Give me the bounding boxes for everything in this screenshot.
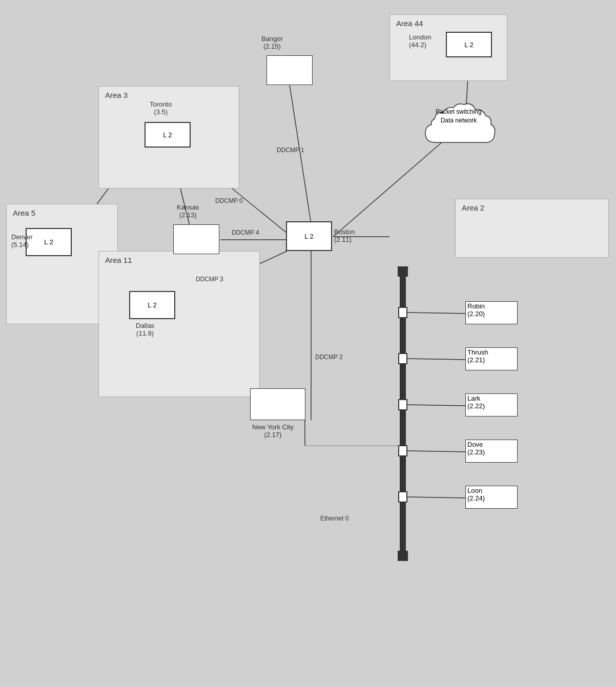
area44-label: Area 44 xyxy=(396,19,423,28)
node-toronto: L 2 xyxy=(145,122,191,148)
node-kansas xyxy=(173,224,219,254)
toronto-text: L 2 xyxy=(163,131,172,139)
cloud-label: Packet switching Data network xyxy=(429,108,488,125)
dallas-text: L 2 xyxy=(148,301,157,309)
svg-line-21 xyxy=(407,451,466,452)
boston-text: L 2 xyxy=(304,233,314,240)
svg-rect-13 xyxy=(398,551,408,561)
denver-label: Denver (5.14) xyxy=(11,233,33,248)
svg-line-17 xyxy=(407,359,466,360)
london-text: L 2 xyxy=(464,41,474,49)
boston-label: Boston (2.11) xyxy=(334,228,355,243)
node-robin xyxy=(465,301,518,324)
area11-label: Area 11 xyxy=(105,256,132,264)
toronto-label: Toronto (3.5) xyxy=(150,100,172,116)
london-label: London (44.2) xyxy=(409,33,431,49)
svg-rect-14 xyxy=(399,307,407,318)
connections-svg xyxy=(0,0,616,687)
node-boston: L 2 xyxy=(286,221,332,251)
cloud-psdn: Packet switching Data network xyxy=(420,96,497,158)
svg-rect-18 xyxy=(399,400,407,410)
node-loon xyxy=(465,486,518,509)
cloud-svg xyxy=(420,96,497,158)
area11: Area 11 xyxy=(98,251,260,397)
ddcmp0-label: DDCMP 0 xyxy=(215,197,243,204)
svg-rect-12 xyxy=(398,266,408,277)
node-london: L 2 xyxy=(446,32,492,57)
node-lark xyxy=(465,393,518,417)
denver-text: L 2 xyxy=(44,238,53,246)
ddcmp1-label: DDCMP 1 xyxy=(277,147,304,154)
node-thrush xyxy=(465,347,518,370)
kansas-label: Kansas (2.13) xyxy=(177,203,199,219)
svg-rect-16 xyxy=(399,353,407,364)
area2: Area 2 xyxy=(455,199,609,258)
diagram: Area 44 Area 3 Area 5 Area 11 Area 2 Pac… xyxy=(0,0,616,687)
ddcmp2-label: DDCMP 2 xyxy=(315,353,343,361)
svg-line-15 xyxy=(407,313,466,314)
node-dove xyxy=(465,440,518,463)
svg-line-19 xyxy=(407,405,466,406)
ethernet0-label: Ethernet 0 xyxy=(320,515,348,522)
ddcmp3-label: DDCMP 3 xyxy=(196,276,223,283)
node-bangor xyxy=(266,55,313,85)
svg-line-23 xyxy=(407,497,466,498)
dallas-label: Dallas (11.9) xyxy=(136,322,154,337)
area3-label: Area 3 xyxy=(105,91,128,99)
node-dallas: L 2 xyxy=(129,291,175,319)
area5-label: Area 5 xyxy=(13,209,35,217)
node-nyc xyxy=(250,388,305,420)
svg-rect-20 xyxy=(399,446,407,456)
ddcmp4-label: DDCMP 4 xyxy=(232,229,259,236)
svg-line-0 xyxy=(290,85,311,224)
area2-label: Area 2 xyxy=(462,203,484,212)
svg-rect-22 xyxy=(399,492,407,502)
bangor-label: Bangor (2.15) xyxy=(261,35,283,50)
nyc-label: New York City (2.17) xyxy=(252,423,294,439)
